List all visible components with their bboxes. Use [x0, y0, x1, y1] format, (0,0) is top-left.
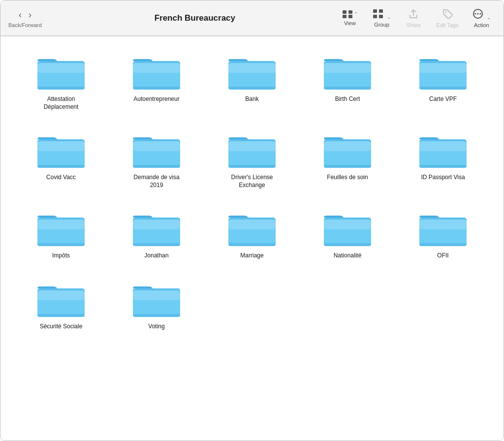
folder-label: Impôts [52, 252, 70, 260]
edit-tags-button[interactable]: Edit Tags [431, 6, 463, 30]
svg-rect-23 [228, 63, 276, 73]
folder-item[interactable]: Autoentrepreneur [111, 48, 202, 107]
svg-rect-79 [133, 290, 180, 300]
folder-item[interactable]: Driver's License Exchange [206, 126, 298, 193]
folder-icon [227, 52, 277, 92]
svg-rect-68 [324, 243, 371, 246]
svg-rect-67 [324, 220, 371, 229]
folder-icon [36, 130, 86, 170]
back-button[interactable]: ‹ [16, 8, 25, 21]
folder-icon [418, 52, 468, 92]
action-button[interactable]: ⌄ Action [467, 6, 496, 30]
share-icon [408, 8, 419, 21]
folder-item[interactable]: ID Passport Visa [397, 126, 489, 186]
forward-button[interactable]: › [26, 8, 34, 21]
svg-rect-4 [373, 9, 377, 13]
folder-label: Driver's License Exchange [222, 174, 282, 189]
folder-label: Demande de visa 2019 [127, 174, 186, 189]
svg-rect-48 [324, 165, 371, 168]
svg-rect-51 [419, 141, 467, 151]
folder-icon [418, 209, 468, 248]
folder-item[interactable]: Nationalité [302, 205, 393, 264]
folder-label: Sécurité Sociale [40, 323, 83, 331]
svg-rect-47 [324, 141, 371, 151]
svg-rect-52 [419, 165, 467, 168]
folder-label: Autoentrepreneur [133, 95, 179, 103]
svg-rect-0 [343, 10, 346, 14]
svg-rect-63 [228, 220, 276, 229]
folder-icon [36, 280, 86, 319]
svg-rect-24 [228, 87, 276, 90]
svg-rect-28 [324, 87, 371, 90]
view-button[interactable]: ⌃ View [336, 8, 364, 28]
folder-icon [132, 280, 181, 319]
folder-icon [132, 52, 181, 92]
folder-icon [323, 209, 372, 248]
folder-label: ID Passport Visa [421, 174, 465, 182]
action-label: Action [474, 22, 489, 28]
folder-label: Feuilles de soin [327, 174, 368, 182]
svg-rect-36 [37, 165, 85, 168]
folder-icon [418, 130, 468, 170]
folder-icon [227, 130, 277, 170]
folder-icon [132, 209, 181, 248]
svg-rect-43 [228, 141, 276, 151]
svg-point-11 [477, 13, 479, 14]
folder-item[interactable]: Birth Cert [302, 48, 393, 107]
svg-rect-59 [133, 220, 180, 229]
svg-rect-80 [133, 314, 180, 317]
folder-item[interactable]: Voting [111, 276, 202, 335]
folder-icon [36, 52, 86, 92]
folder-item[interactable]: Marriage [206, 205, 298, 264]
tag-icon [442, 8, 453, 21]
folder-item[interactable]: Sécurité Sociale [15, 276, 107, 335]
folder-label: Marriage [240, 252, 263, 260]
folder-grid: Attestation Déplacement Autoentrepreneur [15, 48, 489, 335]
folder-item[interactable]: OFII [397, 205, 489, 264]
share-label: Share [407, 22, 421, 28]
folder-label: Carte VPF [429, 95, 457, 103]
group-chevron-icon: ⌄ [387, 14, 391, 20]
view-icon: ⌃ [342, 10, 358, 19]
folder-label: Attestation Déplacement [32, 95, 91, 111]
folder-icon [323, 130, 372, 170]
group-button[interactable]: ⌄ Group [368, 7, 396, 30]
svg-rect-39 [133, 141, 180, 151]
folder-label: Jonathan [144, 252, 168, 260]
svg-rect-44 [228, 165, 276, 168]
share-button[interactable]: Share [400, 6, 427, 30]
folder-item[interactable]: Attestation Déplacement [15, 48, 107, 115]
folder-item[interactable]: Demande de visa 2019 [111, 126, 202, 193]
svg-rect-60 [133, 243, 180, 246]
toolbar-actions: ⌃ View ⌄ Group [336, 6, 496, 30]
folder-label: Bank [245, 95, 258, 103]
folder-icon [132, 130, 181, 170]
svg-rect-64 [228, 243, 276, 246]
folder-item[interactable]: Impôts [15, 205, 107, 264]
edit-tags-label: Edit Tags [436, 22, 458, 28]
svg-point-10 [475, 13, 476, 14]
action-icon: ⌄ [472, 8, 491, 21]
svg-rect-55 [37, 220, 85, 229]
folder-label: Birth Cert [335, 95, 360, 103]
svg-rect-27 [324, 63, 371, 73]
window-title: French Bureaucracy [54, 13, 336, 23]
view-label: View [344, 20, 356, 26]
svg-rect-31 [419, 63, 467, 73]
folder-item[interactable]: Jonathan [111, 205, 202, 264]
toolbar: ‹ › Back/Forward French Bureaucracy ⌃ Vi… [0, 0, 504, 36]
svg-rect-16 [37, 87, 85, 90]
folder-item[interactable]: Carte VPF [397, 48, 489, 107]
svg-rect-7 [379, 15, 383, 18]
group-label: Group [374, 22, 389, 28]
svg-rect-15 [37, 63, 85, 73]
folder-item[interactable]: Covid Vacc [15, 126, 107, 186]
folder-item[interactable]: Feuilles de soin [302, 126, 393, 186]
folder-label: Voting [148, 323, 164, 331]
folder-icon [227, 209, 277, 248]
svg-rect-56 [37, 243, 85, 246]
action-chevron-icon: ⌄ [487, 15, 491, 20]
svg-rect-35 [37, 141, 85, 151]
folder-item[interactable]: Bank [206, 48, 298, 107]
svg-rect-20 [133, 87, 180, 90]
